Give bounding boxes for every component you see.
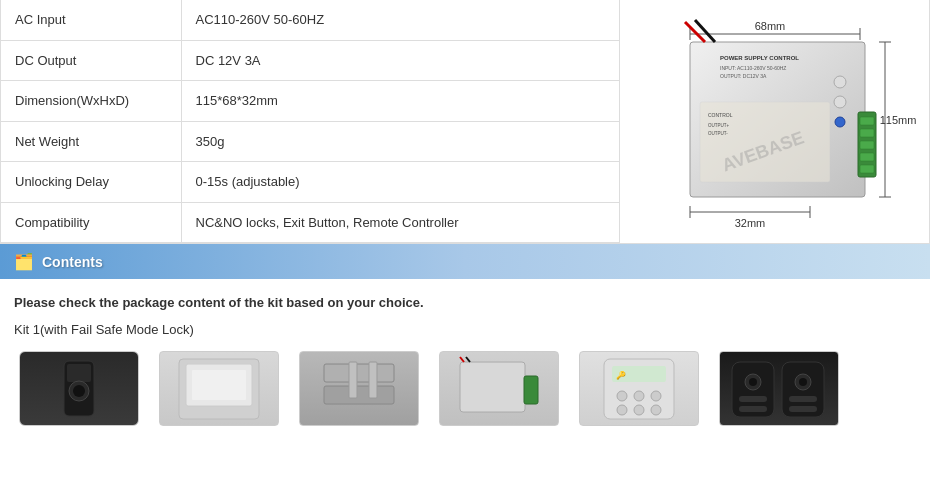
spec-value: DC 12V 3A [181,40,619,81]
svg-text:🔑: 🔑 [616,370,626,380]
kit-item-psu [434,351,564,426]
kit-title: Kit 1(with Fail Safe Mode Lock) [14,322,916,337]
spec-label: Unlocking Delay [1,162,181,203]
specs-table: AC Input AC110-260V 50-60HZ DC Output DC… [1,0,619,243]
lock-thumb [299,351,419,426]
contents-header: 🗂️ Contents [0,244,930,279]
svg-point-54 [651,405,661,415]
table-row: AC Input AC110-260V 50-60HZ [1,0,619,40]
svg-point-53 [634,405,644,415]
svg-line-22 [685,22,705,42]
svg-text:32mm: 32mm [734,217,765,229]
kit-item-keypad: 🔑 [574,351,704,426]
spec-value: 0-15s (adjustable) [181,162,619,203]
svg-point-50 [634,391,644,401]
svg-rect-20 [860,153,874,161]
spec-value: AC110-260V 50-60HZ [181,0,619,40]
svg-line-46 [466,357,470,362]
device-diagram: 68mm 115mm 32mm [630,12,920,232]
svg-point-63 [799,378,807,386]
svg-text:OUTPUT-: OUTPUT- [708,131,728,136]
svg-point-52 [617,405,627,415]
table-row: Compatibility NC&NO locks, Exit Button, … [1,202,619,243]
specs-section: AC Input AC110-260V 50-60HZ DC Output DC… [0,0,930,244]
svg-point-49 [617,391,627,401]
device-svg: 68mm 115mm 32mm [630,12,920,232]
svg-point-25 [834,96,846,108]
svg-text:CONTROL: CONTROL [708,112,733,118]
svg-rect-40 [324,386,394,404]
svg-point-58 [749,378,757,386]
svg-rect-18 [860,129,874,137]
svg-rect-33 [67,364,91,382]
spec-value: NC&NO locks, Exit Button, Remote Control… [181,202,619,243]
kit-item-lock [294,351,424,426]
svg-rect-41 [349,362,357,398]
kit-item-panel [154,351,284,426]
psu-thumb [439,351,559,426]
svg-rect-59 [739,396,767,402]
svg-text:OUTPUT: DC12V 3A: OUTPUT: DC12V 3A [720,73,767,79]
table-row: Unlocking Delay 0-15s (adjustable) [1,162,619,203]
svg-rect-39 [324,364,394,382]
svg-rect-21 [860,165,874,173]
contents-icon: 🗂️ [14,252,34,271]
contents-note: Please check the package content of the … [14,295,916,310]
table-row: Net Weight 350g [1,121,619,162]
svg-point-26 [835,117,845,127]
svg-line-23 [695,20,715,42]
spec-value: 350g [181,121,619,162]
svg-rect-17 [860,117,874,125]
kit-item-doorbell [14,351,144,426]
remote-thumb [719,351,839,426]
kit-item-remote [714,351,844,426]
svg-rect-65 [789,406,817,412]
svg-rect-42 [369,362,377,398]
svg-text:INPUT: AC110-260V 50-60HZ: INPUT: AC110-260V 50-60HZ [720,65,786,71]
svg-rect-38 [192,370,246,400]
svg-point-24 [834,76,846,88]
doorbell-thumb [19,351,139,426]
spec-label: Compatibility [1,202,181,243]
svg-rect-43 [460,362,525,412]
svg-point-51 [651,391,661,401]
svg-rect-60 [739,406,767,412]
table-row: DC Output DC 12V 3A [1,40,619,81]
spec-label: Dimension(WxHxD) [1,81,181,122]
spec-value: 115*68*32mm [181,81,619,122]
kit-images: 🔑 [14,351,916,426]
spec-label: Net Weight [1,121,181,162]
svg-text:OUTPUT+: OUTPUT+ [708,123,729,128]
svg-rect-44 [524,376,538,404]
contents-body: Please check the package content of the … [0,279,930,442]
panel-thumb [159,351,279,426]
contents-title: Contents [42,254,103,270]
spec-label: AC Input [1,0,181,40]
svg-rect-64 [789,396,817,402]
svg-text:115mm: 115mm [879,114,916,126]
keypad-thumb: 🔑 [579,351,699,426]
device-image-cell: 68mm 115mm 32mm [619,0,929,243]
contents-section: 🗂️ Contents Please check the package con… [0,244,930,442]
svg-text:68mm: 68mm [754,20,785,32]
svg-rect-19 [860,141,874,149]
svg-text:POWER SUPPLY CONTROL: POWER SUPPLY CONTROL [720,55,799,61]
svg-point-35 [73,385,85,397]
table-row: Dimension(WxHxD) 115*68*32mm [1,81,619,122]
spec-label: DC Output [1,40,181,81]
svg-line-45 [460,357,464,362]
